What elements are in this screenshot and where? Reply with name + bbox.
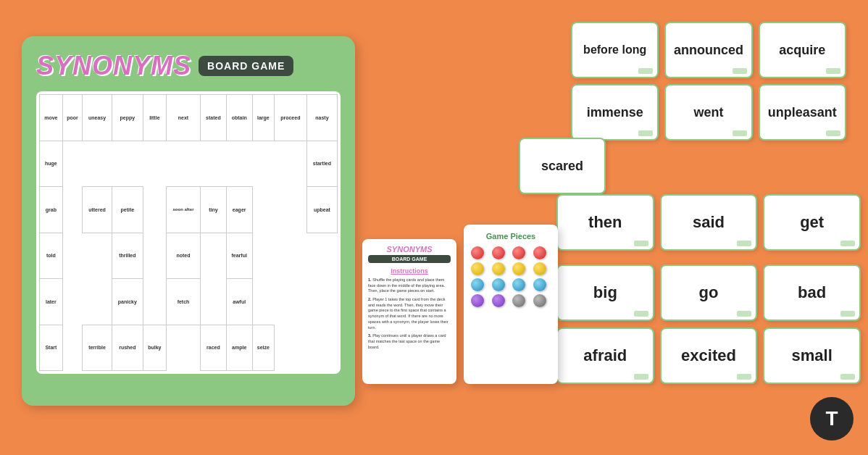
piece-red-4 — [533, 246, 546, 259]
piece-red-1 — [471, 246, 484, 259]
word-cards-bottom-row2: afraid excited small — [556, 327, 861, 384]
instructions-board-game: BOARD GAME — [368, 255, 451, 263]
piece-red-2 — [492, 246, 505, 259]
word-card-then: then — [556, 194, 654, 251]
word-card-excited: excited — [660, 327, 758, 384]
game-pieces-title: Game Pieces — [471, 232, 551, 241]
word-card-before-long: before long — [571, 22, 659, 78]
word-card-small: small — [763, 327, 861, 384]
word-card-acquire: acquire — [759, 22, 846, 78]
piece-blue-2 — [492, 278, 505, 291]
word-card-unpleasant: unpleasant — [759, 84, 846, 141]
game-pieces-card: Game Pieces — [464, 225, 558, 384]
instructions-synonyms-title: SYNONYMS — [368, 245, 451, 254]
word-card-went: went — [664, 84, 752, 141]
word-card-big: big — [556, 264, 654, 321]
word-card-afraid: afraid — [556, 327, 654, 384]
board-grid: move poor uneasy peppy little next state… — [36, 91, 341, 374]
word-cards-bottom-row1: big go bad — [556, 264, 861, 321]
piece-purple-2 — [492, 294, 505, 307]
word-cards-top-area: before long announced acquire immense we… — [571, 22, 846, 141]
board-game-card: SYNONYMS BOARD GAME move poor uneasy pep… — [22, 36, 355, 406]
logo-icon: T — [825, 407, 838, 430]
piece-blue-4 — [533, 278, 546, 291]
instructions-step3: 3. Play continues until a player draws a… — [368, 333, 451, 350]
piece-yellow-1 — [471, 262, 484, 275]
logo-circle: T — [810, 397, 854, 441]
word-card-announced: announced — [664, 22, 752, 78]
word-card-said: said — [660, 194, 758, 251]
synonyms-title: SYNONYMS — [36, 51, 191, 81]
word-card-immense: immense — [571, 84, 659, 141]
word-cards-middle-area: then said get — [556, 194, 861, 251]
instructions-step2: 2. Player 1 takes the top card from the … — [368, 297, 451, 330]
piece-yellow-3 — [512, 262, 525, 275]
instructions-card: SYNONYMS BOARD GAME Instructions 1. Shuf… — [362, 239, 456, 384]
piece-blue-1 — [471, 278, 484, 291]
piece-purple-1 — [471, 294, 484, 307]
instructions-heading: Instructions — [368, 267, 451, 275]
partial-card-scared: scared — [519, 138, 606, 194]
piece-yellow-2 — [492, 262, 505, 275]
piece-blue-3 — [512, 278, 525, 291]
word-card-go: go — [660, 264, 758, 321]
word-card-get: get — [763, 194, 861, 251]
pieces-grid — [471, 246, 551, 307]
piece-gray-1 — [512, 294, 525, 307]
word-card-bad: bad — [763, 264, 861, 321]
piece-red-3 — [512, 246, 525, 259]
piece-gray-2 — [533, 294, 546, 307]
instructions-step1: 1. Shuffle the playing cards and place t… — [368, 277, 451, 294]
board-title: SYNONYMS BOARD GAME — [36, 51, 341, 81]
piece-yellow-4 — [533, 262, 546, 275]
board-game-badge: BOARD GAME — [199, 56, 293, 76]
